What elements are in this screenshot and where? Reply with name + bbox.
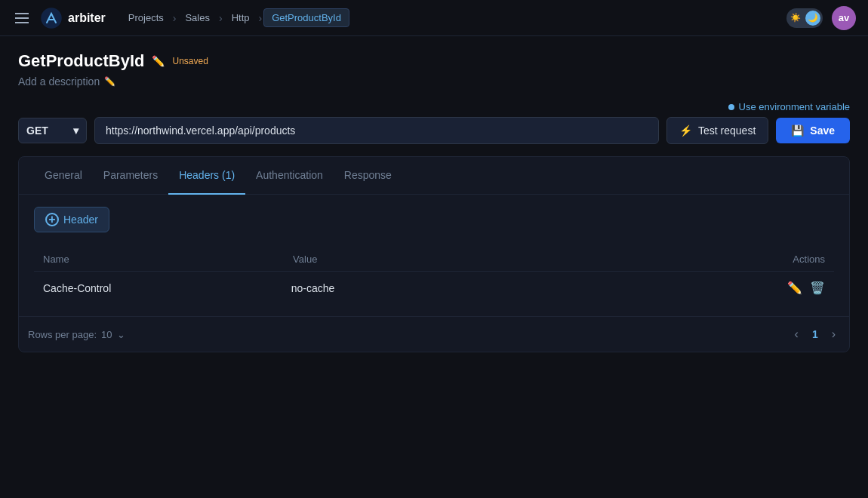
breadcrumb-item-projects[interactable]: Projects <box>121 9 171 26</box>
env-dot-icon <box>728 104 734 110</box>
description-placeholder: Add a description <box>18 75 100 88</box>
add-header-label: Header <box>63 214 98 226</box>
panel-body: + Header Name Value Actions Cache-Contro… <box>19 195 849 316</box>
breadcrumb-item-getproductbyid[interactable]: GetProductById <box>263 8 349 27</box>
method-selector[interactable]: GET POST PUT DELETE PATCH ▾ <box>18 118 87 143</box>
row-actions: ✏️ 🗑️ <box>787 281 825 295</box>
breadcrumb-item-sales[interactable]: Sales <box>177 9 217 26</box>
col-actions: Actions <box>793 254 825 265</box>
row-name: Cache-Control <box>43 282 291 294</box>
logo: arbiter <box>41 8 106 29</box>
breadcrumb-sep-1: › <box>173 12 177 24</box>
method-dropdown[interactable]: GET POST PUT DELETE PATCH <box>26 124 69 137</box>
rows-per-page-chevron-icon: ⌄ <box>117 329 125 340</box>
table-row: Cache-Control no-cache ✏️ 🗑️ <box>34 272 834 304</box>
tab-general[interactable]: General <box>34 157 93 195</box>
rows-per-page[interactable]: Rows per page: 10 ⌄ <box>28 329 125 340</box>
unsaved-badge: Unsaved <box>172 56 208 66</box>
rows-per-page-label: Rows per page: <box>28 329 97 340</box>
test-request-button[interactable]: ⚡ Test request <box>666 117 768 144</box>
col-name: Name <box>43 254 293 265</box>
tabs: General Parameters Headers (1) Authentic… <box>19 157 849 195</box>
logo-text: arbiter <box>68 11 106 25</box>
table-header: Name Value Actions <box>34 247 834 272</box>
edit-row-icon[interactable]: ✏️ <box>787 281 802 295</box>
col-value: Value <box>293 254 793 265</box>
prev-page-button[interactable]: ‹ <box>790 326 803 343</box>
page-title-row: GetProductById ✏️ Unsaved <box>18 51 850 71</box>
pagination-row: Rows per page: 10 ⌄ ‹ 1 › <box>19 316 849 352</box>
tab-response[interactable]: Response <box>334 157 402 195</box>
row-value: no-cache <box>291 282 787 294</box>
breadcrumb-sep-2: › <box>219 12 223 24</box>
description-row[interactable]: Add a description ✏️ <box>18 75 850 88</box>
url-input[interactable] <box>94 117 659 144</box>
current-page: 1 <box>812 328 818 340</box>
plus-icon: + <box>45 213 59 226</box>
save-button[interactable]: 💾 Save <box>776 118 850 143</box>
breadcrumb-sep-3: › <box>258 12 262 24</box>
test-icon: ⚡ <box>679 124 692 137</box>
breadcrumb-item-http[interactable]: Http <box>224 9 257 26</box>
url-row: GET POST PUT DELETE PATCH ▾ ⚡ Test reque… <box>18 117 850 144</box>
save-icon: 💾 <box>791 124 804 137</box>
tab-headers[interactable]: Headers (1) <box>168 157 245 195</box>
description-edit-icon: ✏️ <box>104 76 115 87</box>
top-nav: arbiter Projects › Sales › Http › GetPro… <box>0 0 868 36</box>
pagination-controls: ‹ 1 › <box>790 326 840 343</box>
delete-row-icon[interactable]: 🗑️ <box>810 281 825 295</box>
add-header-button[interactable]: + Header <box>34 207 109 232</box>
panel: General Parameters Headers (1) Authentic… <box>18 156 850 352</box>
theme-knob: 🌙 <box>805 11 820 26</box>
sun-icon: ☀️ <box>790 13 801 23</box>
hamburger-icon[interactable] <box>12 10 32 26</box>
edit-title-icon[interactable]: ✏️ <box>152 55 165 67</box>
tab-authentication[interactable]: Authentication <box>245 157 334 195</box>
logo-icon <box>41 8 62 29</box>
nav-right: ☀️ 🌙 av <box>786 6 856 30</box>
main-content: GetProductById ✏️ Unsaved Add a descript… <box>0 36 868 367</box>
env-var-row: Use environment variable <box>18 101 850 112</box>
save-label: Save <box>810 124 835 137</box>
method-chevron-icon: ▾ <box>73 124 78 137</box>
theme-toggle[interactable]: ☀️ 🌙 <box>786 8 823 28</box>
breadcrumb: Projects › Sales › Http › GetProductById <box>121 8 349 27</box>
test-request-label: Test request <box>698 124 756 137</box>
avatar[interactable]: av <box>832 6 856 30</box>
svg-point-0 <box>42 8 61 28</box>
env-var-link[interactable]: Use environment variable <box>728 101 850 112</box>
env-var-label: Use environment variable <box>739 101 850 112</box>
page-title: GetProductById <box>18 51 144 71</box>
next-page-button[interactable]: › <box>827 326 840 343</box>
tab-parameters[interactable]: Parameters <box>93 157 168 195</box>
rows-per-page-value: 10 <box>101 329 112 340</box>
